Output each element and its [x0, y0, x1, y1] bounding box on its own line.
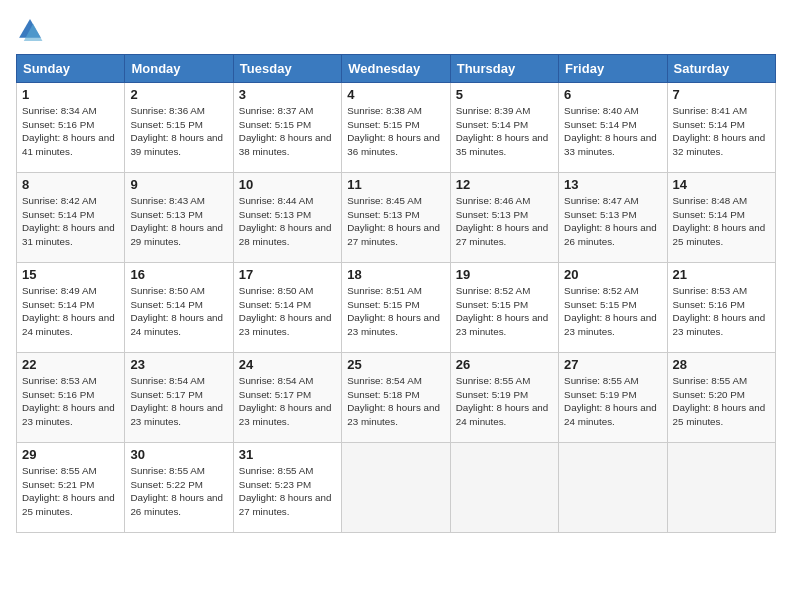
calendar-week-row: 1 Sunrise: 8:34 AM Sunset: 5:16 PM Dayli…	[17, 83, 776, 173]
day-info: Sunrise: 8:52 AM Sunset: 5:15 PM Dayligh…	[564, 284, 661, 339]
calendar-week-row: 22 Sunrise: 8:53 AM Sunset: 5:16 PM Dayl…	[17, 353, 776, 443]
day-info: Sunrise: 8:55 AM Sunset: 5:20 PM Dayligh…	[673, 374, 770, 429]
day-number: 11	[347, 177, 444, 192]
day-info: Sunrise: 8:36 AM Sunset: 5:15 PM Dayligh…	[130, 104, 227, 159]
day-number: 18	[347, 267, 444, 282]
day-number: 3	[239, 87, 336, 102]
day-info: Sunrise: 8:54 AM Sunset: 5:18 PM Dayligh…	[347, 374, 444, 429]
calendar-cell: 13 Sunrise: 8:47 AM Sunset: 5:13 PM Dayl…	[559, 173, 667, 263]
day-info: Sunrise: 8:45 AM Sunset: 5:13 PM Dayligh…	[347, 194, 444, 249]
day-number: 8	[22, 177, 119, 192]
calendar-week-row: 15 Sunrise: 8:49 AM Sunset: 5:14 PM Dayl…	[17, 263, 776, 353]
calendar-cell: 25 Sunrise: 8:54 AM Sunset: 5:18 PM Dayl…	[342, 353, 450, 443]
calendar-cell: 2 Sunrise: 8:36 AM Sunset: 5:15 PM Dayli…	[125, 83, 233, 173]
day-number: 2	[130, 87, 227, 102]
day-info: Sunrise: 8:42 AM Sunset: 5:14 PM Dayligh…	[22, 194, 119, 249]
day-number: 26	[456, 357, 553, 372]
col-header-saturday: Saturday	[667, 55, 775, 83]
day-number: 19	[456, 267, 553, 282]
calendar-cell: 8 Sunrise: 8:42 AM Sunset: 5:14 PM Dayli…	[17, 173, 125, 263]
day-number: 12	[456, 177, 553, 192]
calendar-cell: 15 Sunrise: 8:49 AM Sunset: 5:14 PM Dayl…	[17, 263, 125, 353]
calendar-cell: 26 Sunrise: 8:55 AM Sunset: 5:19 PM Dayl…	[450, 353, 558, 443]
day-number: 25	[347, 357, 444, 372]
day-info: Sunrise: 8:55 AM Sunset: 5:23 PM Dayligh…	[239, 464, 336, 519]
calendar-week-row: 8 Sunrise: 8:42 AM Sunset: 5:14 PM Dayli…	[17, 173, 776, 263]
day-info: Sunrise: 8:48 AM Sunset: 5:14 PM Dayligh…	[673, 194, 770, 249]
header	[16, 16, 776, 44]
calendar-cell: 17 Sunrise: 8:50 AM Sunset: 5:14 PM Dayl…	[233, 263, 341, 353]
day-number: 29	[22, 447, 119, 462]
calendar-cell: 12 Sunrise: 8:46 AM Sunset: 5:13 PM Dayl…	[450, 173, 558, 263]
calendar-cell: 19 Sunrise: 8:52 AM Sunset: 5:15 PM Dayl…	[450, 263, 558, 353]
col-header-monday: Monday	[125, 55, 233, 83]
day-number: 16	[130, 267, 227, 282]
day-info: Sunrise: 8:37 AM Sunset: 5:15 PM Dayligh…	[239, 104, 336, 159]
calendar-cell: 7 Sunrise: 8:41 AM Sunset: 5:14 PM Dayli…	[667, 83, 775, 173]
day-info: Sunrise: 8:40 AM Sunset: 5:14 PM Dayligh…	[564, 104, 661, 159]
col-header-thursday: Thursday	[450, 55, 558, 83]
calendar-cell: 6 Sunrise: 8:40 AM Sunset: 5:14 PM Dayli…	[559, 83, 667, 173]
day-info: Sunrise: 8:54 AM Sunset: 5:17 PM Dayligh…	[130, 374, 227, 429]
calendar-header-row: SundayMondayTuesdayWednesdayThursdayFrid…	[17, 55, 776, 83]
day-number: 31	[239, 447, 336, 462]
calendar-cell: 31 Sunrise: 8:55 AM Sunset: 5:23 PM Dayl…	[233, 443, 341, 533]
day-number: 9	[130, 177, 227, 192]
calendar-cell: 23 Sunrise: 8:54 AM Sunset: 5:17 PM Dayl…	[125, 353, 233, 443]
calendar-cell: 30 Sunrise: 8:55 AM Sunset: 5:22 PM Dayl…	[125, 443, 233, 533]
day-number: 4	[347, 87, 444, 102]
calendar-table: SundayMondayTuesdayWednesdayThursdayFrid…	[16, 54, 776, 533]
day-number: 22	[22, 357, 119, 372]
calendar-cell	[342, 443, 450, 533]
day-number: 5	[456, 87, 553, 102]
logo	[16, 16, 48, 44]
day-info: Sunrise: 8:54 AM Sunset: 5:17 PM Dayligh…	[239, 374, 336, 429]
day-number: 15	[22, 267, 119, 282]
calendar-cell: 20 Sunrise: 8:52 AM Sunset: 5:15 PM Dayl…	[559, 263, 667, 353]
day-info: Sunrise: 8:51 AM Sunset: 5:15 PM Dayligh…	[347, 284, 444, 339]
day-number: 7	[673, 87, 770, 102]
calendar-cell: 16 Sunrise: 8:50 AM Sunset: 5:14 PM Dayl…	[125, 263, 233, 353]
calendar-cell	[450, 443, 558, 533]
day-info: Sunrise: 8:34 AM Sunset: 5:16 PM Dayligh…	[22, 104, 119, 159]
day-info: Sunrise: 8:49 AM Sunset: 5:14 PM Dayligh…	[22, 284, 119, 339]
calendar-cell: 29 Sunrise: 8:55 AM Sunset: 5:21 PM Dayl…	[17, 443, 125, 533]
day-info: Sunrise: 8:43 AM Sunset: 5:13 PM Dayligh…	[130, 194, 227, 249]
calendar-cell: 22 Sunrise: 8:53 AM Sunset: 5:16 PM Dayl…	[17, 353, 125, 443]
day-info: Sunrise: 8:55 AM Sunset: 5:21 PM Dayligh…	[22, 464, 119, 519]
calendar-cell: 28 Sunrise: 8:55 AM Sunset: 5:20 PM Dayl…	[667, 353, 775, 443]
calendar-cell	[667, 443, 775, 533]
day-number: 10	[239, 177, 336, 192]
calendar-cell: 11 Sunrise: 8:45 AM Sunset: 5:13 PM Dayl…	[342, 173, 450, 263]
calendar-cell: 10 Sunrise: 8:44 AM Sunset: 5:13 PM Dayl…	[233, 173, 341, 263]
calendar-cell: 24 Sunrise: 8:54 AM Sunset: 5:17 PM Dayl…	[233, 353, 341, 443]
calendar-cell: 4 Sunrise: 8:38 AM Sunset: 5:15 PM Dayli…	[342, 83, 450, 173]
day-info: Sunrise: 8:46 AM Sunset: 5:13 PM Dayligh…	[456, 194, 553, 249]
calendar-cell: 27 Sunrise: 8:55 AM Sunset: 5:19 PM Dayl…	[559, 353, 667, 443]
calendar-cell: 14 Sunrise: 8:48 AM Sunset: 5:14 PM Dayl…	[667, 173, 775, 263]
day-number: 6	[564, 87, 661, 102]
day-info: Sunrise: 8:55 AM Sunset: 5:22 PM Dayligh…	[130, 464, 227, 519]
calendar-cell: 5 Sunrise: 8:39 AM Sunset: 5:14 PM Dayli…	[450, 83, 558, 173]
day-number: 27	[564, 357, 661, 372]
day-number: 14	[673, 177, 770, 192]
day-number: 21	[673, 267, 770, 282]
logo-icon	[16, 16, 44, 44]
day-info: Sunrise: 8:50 AM Sunset: 5:14 PM Dayligh…	[130, 284, 227, 339]
calendar-cell: 1 Sunrise: 8:34 AM Sunset: 5:16 PM Dayli…	[17, 83, 125, 173]
calendar-cell: 18 Sunrise: 8:51 AM Sunset: 5:15 PM Dayl…	[342, 263, 450, 353]
day-info: Sunrise: 8:55 AM Sunset: 5:19 PM Dayligh…	[564, 374, 661, 429]
day-info: Sunrise: 8:38 AM Sunset: 5:15 PM Dayligh…	[347, 104, 444, 159]
col-header-wednesday: Wednesday	[342, 55, 450, 83]
calendar-cell: 9 Sunrise: 8:43 AM Sunset: 5:13 PM Dayli…	[125, 173, 233, 263]
day-number: 28	[673, 357, 770, 372]
day-info: Sunrise: 8:53 AM Sunset: 5:16 PM Dayligh…	[22, 374, 119, 429]
calendar-cell	[559, 443, 667, 533]
day-number: 24	[239, 357, 336, 372]
col-header-sunday: Sunday	[17, 55, 125, 83]
day-info: Sunrise: 8:44 AM Sunset: 5:13 PM Dayligh…	[239, 194, 336, 249]
day-number: 23	[130, 357, 227, 372]
day-info: Sunrise: 8:47 AM Sunset: 5:13 PM Dayligh…	[564, 194, 661, 249]
calendar-week-row: 29 Sunrise: 8:55 AM Sunset: 5:21 PM Dayl…	[17, 443, 776, 533]
day-number: 30	[130, 447, 227, 462]
